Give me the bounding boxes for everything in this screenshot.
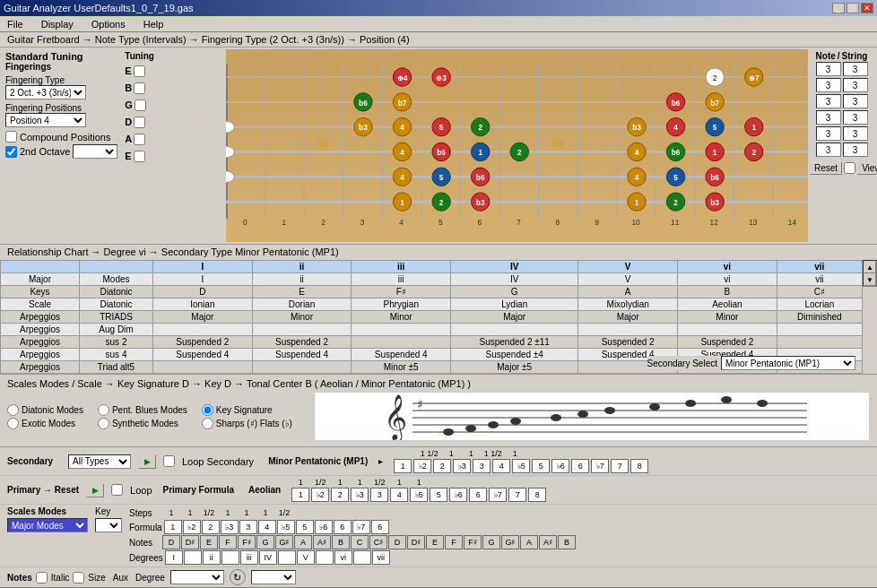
col-header-ii: ii	[252, 261, 352, 273]
view-checkbox[interactable]	[844, 162, 855, 174]
secondary-play-button[interactable]: ▶	[138, 454, 156, 469]
svg-point-128	[551, 414, 561, 421]
menu-help[interactable]: Help	[140, 18, 168, 30]
compound-checkbox[interactable]	[5, 131, 17, 143]
mode-col-3: Key Signature Sharps (♯) Flats (♭)	[202, 404, 292, 429]
exotic-modes-label: Exotic Modes	[22, 419, 75, 428]
fingering-type-dropdown[interactable]: 2 Oct. +3 (3n/s)	[5, 85, 86, 99]
fretboard-area[interactable]: ⊕4 ⊕3 2 ⊕7 b6 b7 b6 b7	[226, 49, 808, 242]
string-spinner-4[interactable]: 3	[843, 110, 868, 125]
key-dropdown[interactable]	[95, 518, 122, 532]
sharps-flats-input[interactable]	[202, 418, 213, 429]
synthetic-modes-radio[interactable]: Synthetic Modes	[98, 418, 187, 429]
cell-5-8	[777, 336, 862, 349]
cell-5-5: Suspended 2 ±11	[451, 336, 578, 349]
cell-2-5: Lydian	[451, 298, 578, 311]
pri-deg-2: 2	[331, 488, 349, 502]
synthetic-modes-input[interactable]	[98, 418, 109, 429]
scroll-down-button[interactable]: ▼	[864, 273, 876, 286]
secondary-select-dropdown[interactable]: Minor Pentatonic (MP1)	[721, 356, 855, 370]
tuning-strings: E B G D A E	[125, 63, 154, 164]
degree-dropdown[interactable]	[170, 570, 224, 584]
string-b-checkbox[interactable]	[134, 82, 145, 94]
sec-deg-1: 1	[394, 459, 412, 473]
italic-checkbox[interactable]	[73, 572, 84, 584]
sec-deg-5: 5	[532, 459, 550, 473]
notes-checkbox[interactable]	[36, 572, 48, 584]
svg-text:4: 4	[400, 148, 404, 157]
diatonic-modes-input[interactable]	[7, 404, 19, 416]
second-octave-checkbox[interactable]	[5, 146, 17, 158]
loop-primary-checkbox[interactable]	[111, 484, 123, 496]
primary-play-button[interactable]: ▶	[86, 483, 104, 497]
note-spinner-6[interactable]: 3	[816, 143, 841, 157]
scales-modes-row: Scales Modes Major Modes Key Steps 1 1 1…	[0, 505, 877, 567]
svg-point-126	[488, 421, 499, 428]
ns-rows: 33 33 33 33 33 33	[810, 61, 873, 158]
cell-7-1: Triad alt5	[80, 361, 153, 374]
reset-button[interactable]: Reset	[810, 161, 842, 175]
pent-blues-radio[interactable]: Pent. Blues Modes	[98, 404, 187, 416]
tuning-label: Tuning	[125, 51, 154, 61]
aux-dropdown[interactable]	[251, 570, 296, 584]
exotic-modes-input[interactable]	[7, 418, 19, 429]
scales-modes-dropdown[interactable]: Major Modes	[7, 518, 88, 532]
note-spinner-2[interactable]: 3	[816, 78, 841, 92]
note-spinner-1[interactable]: 3	[816, 62, 841, 76]
note-spinner-3[interactable]: 3	[816, 94, 841, 108]
title-text: Guitar Analyzer UserDefaults1_0_7_19.gas	[4, 3, 194, 13]
cell-7-3	[252, 361, 352, 374]
note-spinner-4[interactable]: 3	[816, 110, 841, 125]
diatonic-modes-radio[interactable]: Diatonic Modes	[7, 404, 83, 416]
svg-text:2: 2	[439, 198, 444, 207]
reset-view-row: Reset View	[810, 161, 873, 175]
sec-deg-b7: ♭7	[591, 459, 609, 473]
string-a-checkbox[interactable]	[134, 134, 145, 145]
key-sig-radio[interactable]: Key Signature	[202, 404, 292, 416]
svg-text:b7: b7	[710, 99, 719, 108]
svg-text:b7: b7	[398, 99, 407, 108]
string-spinner-5[interactable]: 3	[843, 126, 868, 141]
key-sig-input[interactable]	[202, 404, 213, 416]
menu-file[interactable]: File	[4, 18, 27, 30]
standard-tuning-label: Standard Tuning	[5, 51, 117, 62]
sharps-flats-radio[interactable]: Sharps (♯) Flats (♭)	[202, 418, 292, 429]
string-d-checkbox[interactable]	[134, 117, 145, 128]
scroll-up-button[interactable]: ▲	[864, 261, 876, 273]
exotic-modes-radio[interactable]: Exotic Modes	[7, 418, 83, 429]
maximize-button[interactable]: □	[847, 3, 859, 13]
view-button[interactable]: View	[857, 161, 877, 175]
diatonic-modes-label: Diatonic Modes	[22, 405, 83, 415]
string-spinner-1[interactable]: 3	[843, 62, 868, 76]
string-spinner-2[interactable]: 3	[843, 78, 868, 92]
minimize-button[interactable]: _	[832, 3, 845, 13]
cell-6-5: Suspended ±4	[451, 349, 578, 361]
close-button[interactable]: ✕	[861, 3, 873, 13]
steps-label: Steps	[129, 508, 161, 518]
cell-0-0: Major	[1, 273, 80, 286]
refresh-button[interactable]: ↻	[230, 569, 246, 585]
steps-values: 1 1 1/2 1 1 1 1/2	[162, 506, 293, 519]
sec-num-2: 1	[442, 449, 460, 458]
loop-secondary-checkbox[interactable]	[163, 455, 175, 467]
menu-options[interactable]: Options	[88, 18, 129, 30]
string-g-checkbox[interactable]	[135, 99, 146, 111]
pent-blues-input[interactable]	[98, 404, 109, 416]
string-e2-checkbox[interactable]	[134, 151, 145, 162]
menu-display[interactable]: Display	[38, 18, 77, 30]
secondary-type-dropdown[interactable]: All Types	[68, 454, 131, 469]
table-scrollbar[interactable]: ▲ ▼	[863, 260, 877, 287]
scales-section: Scales Modes / Scale → Key Signature D →…	[0, 375, 877, 447]
note-spinner-5[interactable]: 3	[816, 126, 841, 141]
sec-deg-7: 7	[611, 459, 629, 473]
svg-text:14: 14	[788, 218, 797, 227]
svg-text:⊕4: ⊕4	[397, 74, 408, 82]
second-octave-dropdown[interactable]	[73, 144, 117, 159]
cell-4-8	[777, 324, 862, 336]
string-spinner-3[interactable]: 3	[843, 94, 868, 108]
cell-3-1: TRIADS	[80, 311, 153, 324]
svg-point-22	[226, 121, 234, 133]
fingering-positions-dropdown[interactable]: Position 4	[5, 113, 86, 127]
string-e1-checkbox[interactable]	[134, 65, 145, 77]
string-spinner-6[interactable]: 3	[843, 143, 868, 157]
